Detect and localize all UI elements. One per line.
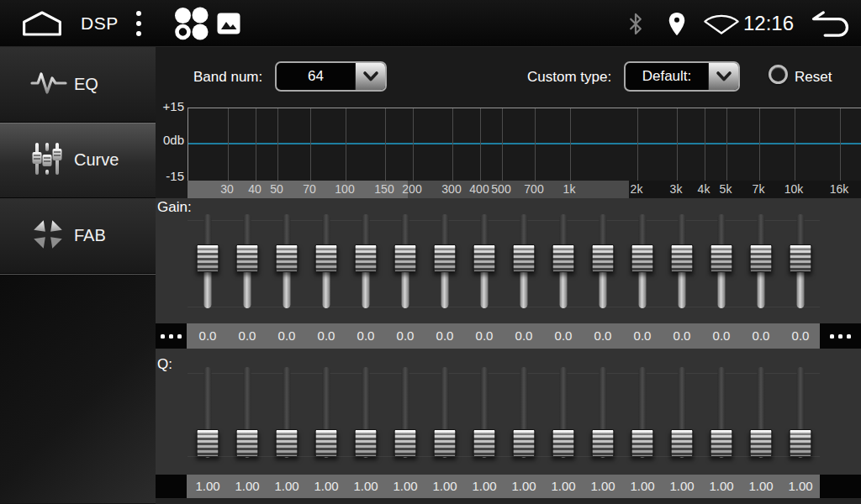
q-slider[interactable] — [473, 367, 496, 458]
slider-knob[interactable] — [197, 244, 219, 272]
q-slider[interactable] — [512, 367, 536, 458]
slider-knob[interactable] — [790, 429, 812, 457]
slider-knob[interactable] — [750, 244, 773, 272]
q-slider[interactable] — [433, 367, 457, 458]
sidebar-item-eq[interactable]: EQ — [0, 47, 156, 123]
sidebar-item-curve[interactable]: Curve — [0, 123, 156, 198]
gain-slider[interactable] — [512, 214, 536, 308]
slider-knob[interactable] — [434, 244, 457, 272]
gain-slider[interactable] — [631, 214, 654, 308]
slider-knob[interactable] — [315, 244, 338, 272]
q-slider[interactable] — [354, 367, 378, 458]
q-slider[interactable] — [394, 367, 417, 458]
q-slider[interactable] — [631, 367, 654, 458]
q-slider[interactable] — [196, 367, 219, 458]
slider-knob[interactable] — [750, 429, 773, 457]
clover-apps-icon[interactable] — [172, 7, 210, 40]
slider-knob[interactable] — [592, 429, 615, 457]
q-slider[interactable] — [314, 367, 338, 458]
gain-slider[interactable] — [473, 214, 496, 308]
gain-slider[interactable] — [591, 214, 615, 308]
gain-slider[interactable] — [670, 214, 694, 308]
gain-slider[interactable] — [196, 214, 219, 308]
slider-knob[interactable] — [790, 244, 812, 272]
slider-knob[interactable] — [434, 429, 457, 457]
slider-knob[interactable] — [394, 244, 417, 272]
slider-knob[interactable] — [236, 244, 259, 272]
chevron-down-icon[interactable] — [355, 63, 385, 90]
gain-value: 0.0 — [713, 323, 731, 349]
overflow-menu-icon[interactable] — [135, 9, 143, 38]
slider-track-lower — [797, 268, 805, 308]
slider-knob[interactable] — [394, 429, 417, 457]
slider-track-upper — [600, 214, 607, 249]
sidebar-item-fab[interactable]: FAB — [0, 198, 156, 274]
gain-slider[interactable] — [552, 214, 575, 308]
slider-track-upper — [362, 214, 370, 249]
slider-knob[interactable] — [513, 429, 536, 457]
gallery-icon[interactable] — [217, 13, 240, 34]
slider-knob[interactable] — [355, 429, 378, 457]
slider-track-lower — [283, 268, 291, 308]
gain-slider[interactable] — [314, 214, 338, 308]
slider-knob[interactable] — [671, 429, 694, 457]
q-slider[interactable] — [789, 367, 812, 458]
gain-slider[interactable] — [275, 214, 298, 308]
q-slider[interactable] — [749, 367, 773, 458]
gain-slider[interactable] — [354, 214, 378, 308]
sidebar-filler — [0, 274, 156, 503]
slider-knob[interactable] — [671, 244, 694, 272]
reset-radio-button[interactable] — [769, 65, 788, 84]
slider-track-lower — [718, 268, 726, 308]
gain-value-row: 0.00.00.00.00.00.00.00.00.00.00.00.00.00… — [156, 323, 861, 349]
slider-knob[interactable] — [552, 244, 575, 272]
gain-slider[interactable] — [433, 214, 457, 308]
slider-track-upper — [560, 214, 568, 249]
freq-tick-label: 400 — [469, 181, 489, 198]
q-slider[interactable] — [235, 367, 259, 458]
slider-knob[interactable] — [710, 429, 733, 457]
gain-slider[interactable] — [235, 214, 259, 308]
q-slider[interactable] — [552, 367, 575, 458]
slider-knob[interactable] — [355, 244, 378, 272]
slider-knob[interactable] — [631, 244, 654, 272]
q-slider[interactable] — [670, 367, 694, 458]
slider-knob[interactable] — [276, 244, 298, 272]
more-icon[interactable] — [156, 323, 187, 349]
slider-knob[interactable] — [513, 244, 536, 272]
gain-slider[interactable] — [710, 214, 733, 308]
slider-knob[interactable] — [236, 429, 259, 457]
clock: 12:16 — [743, 0, 794, 46]
home-icon[interactable] — [20, 10, 64, 37]
slider-knob[interactable] — [710, 244, 733, 272]
q-more-cell[interactable] — [820, 475, 861, 498]
custom-type-select[interactable]: Default: — [624, 61, 740, 92]
gain-value: 0.0 — [318, 323, 335, 349]
slider-knob[interactable] — [631, 429, 654, 457]
back-arrow-icon[interactable] — [809, 9, 853, 39]
q-slider[interactable] — [591, 367, 615, 458]
q-more-cell[interactable] — [156, 475, 187, 498]
freq-tick-label: 70 — [303, 181, 316, 198]
gain-slider[interactable] — [749, 214, 773, 308]
gain-slider[interactable] — [789, 214, 812, 308]
q-slider[interactable] — [710, 367, 733, 458]
slider-knob[interactable] — [276, 429, 298, 457]
slider-knob[interactable] — [552, 429, 575, 457]
custom-type-value: Default: — [626, 63, 708, 90]
gain-slider[interactable] — [394, 214, 417, 308]
slider-knob[interactable] — [197, 429, 219, 457]
band-num-select[interactable]: 64 — [275, 61, 387, 92]
slider-knob[interactable] — [473, 244, 496, 272]
sidebar-item-label: EQ — [74, 75, 98, 94]
grid-line — [228, 108, 229, 181]
slider-knob[interactable] — [315, 429, 338, 457]
more-icon[interactable] — [820, 323, 861, 349]
slider-knob[interactable] — [592, 244, 615, 272]
q-value: 1.00 — [353, 475, 378, 498]
chevron-down-icon[interactable] — [708, 63, 738, 90]
q-slider[interactable] — [275, 367, 298, 458]
reset-label: Reset — [795, 62, 832, 92]
eq-plot[interactable] — [188, 108, 861, 181]
slider-knob[interactable] — [473, 429, 496, 457]
